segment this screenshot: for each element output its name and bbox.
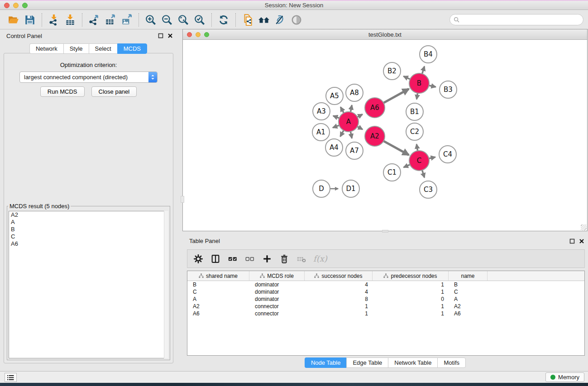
tab-mcds[interactable]: MCDS xyxy=(117,43,147,54)
tab-edge-table[interactable]: Edge Table xyxy=(346,357,388,368)
tab-network-table[interactable]: Network Table xyxy=(388,357,437,368)
network-window-titlebar[interactable]: testGlobe.txt xyxy=(183,29,587,40)
cell-name[interactable]: B xyxy=(449,281,488,288)
table-row-C[interactable]: Cdominator41C xyxy=(187,288,584,295)
float-panel-icon[interactable] xyxy=(569,238,575,244)
edge-A-A2[interactable] xyxy=(357,127,363,129)
edge-A-A8[interactable] xyxy=(350,105,352,112)
cell-mcds-role[interactable]: connector xyxy=(249,303,305,310)
memory-button[interactable]: Memory xyxy=(545,372,584,382)
cell-name[interactable]: A6 xyxy=(449,310,488,317)
cell-name[interactable]: A2 xyxy=(449,303,488,310)
edge-A-A7[interactable] xyxy=(350,132,352,138)
open-session-button[interactable] xyxy=(5,12,22,28)
clone-network-button[interactable] xyxy=(239,12,256,28)
import-network-button[interactable] xyxy=(46,12,62,28)
cell-predecessor-nodes[interactable]: 1 xyxy=(373,310,449,317)
zoom-selected-button[interactable] xyxy=(191,12,208,28)
edge-B-B3[interactable] xyxy=(429,86,436,87)
mcds-result-item[interactable]: C xyxy=(9,233,168,240)
zoom-in-button[interactable] xyxy=(143,12,159,28)
import-table-button[interactable] xyxy=(62,12,78,28)
mcds-result-list[interactable]: A2ABCA6 xyxy=(9,211,168,358)
network-vertical-scrollthumb[interactable] xyxy=(181,196,184,203)
edge-A2-C[interactable] xyxy=(383,141,409,155)
mcds-result-scrollbar[interactable] xyxy=(164,211,168,358)
close-panel-icon[interactable] xyxy=(579,238,584,244)
column-header-mcds-role[interactable]: MCDS role xyxy=(249,271,305,281)
select-all-columns-button[interactable] xyxy=(225,252,240,266)
column-header-shared-name[interactable]: shared name xyxy=(187,271,249,281)
cell-predecessor-nodes[interactable]: 1 xyxy=(373,281,449,288)
tab-network[interactable]: Network xyxy=(29,43,63,54)
edge-A-A3[interactable] xyxy=(333,116,339,118)
mcds-result-item[interactable]: A2 xyxy=(9,211,168,219)
task-history-button[interactable] xyxy=(5,373,17,382)
edge-C-C2[interactable] xyxy=(416,144,417,151)
cell-shared-name[interactable]: A xyxy=(187,296,249,302)
edge-A6-B[interactable] xyxy=(383,89,409,103)
edge-A-A1[interactable] xyxy=(333,125,339,128)
save-session-button[interactable] xyxy=(22,12,38,28)
tab-motifs[interactable]: Motifs xyxy=(437,357,466,368)
graphics-details-toggle-button[interactable] xyxy=(272,12,288,28)
cell-predecessor-nodes[interactable]: 0 xyxy=(373,296,449,302)
table-row-B[interactable]: Bdominator41B xyxy=(187,281,584,288)
edge-C-C1[interactable] xyxy=(404,165,410,167)
edge-A-A4[interactable] xyxy=(340,130,344,136)
close-panel-button[interactable]: Close panel xyxy=(91,86,137,97)
mcds-result-item[interactable]: B xyxy=(9,226,168,233)
table-row-A6[interactable]: A6connector11A6 xyxy=(187,310,584,317)
edge-B-B4[interactable] xyxy=(422,67,425,74)
cell-mcds-role[interactable]: dominator xyxy=(249,289,305,295)
delete-columns-button[interactable] xyxy=(277,252,292,266)
delete-table-button[interactable] xyxy=(294,252,309,266)
criterion-dropdown[interactable]: largest connected component (directed) xyxy=(19,71,158,83)
edge-A-A5[interactable] xyxy=(340,107,344,113)
add-column-button[interactable] xyxy=(260,252,274,266)
cell-shared-name[interactable]: A6 xyxy=(187,310,249,317)
show-columns-button[interactable] xyxy=(208,252,223,266)
run-mcds-button[interactable]: Run MCDS xyxy=(40,86,85,97)
float-panel-icon[interactable] xyxy=(158,33,163,38)
table-row-A[interactable]: Adominator80A xyxy=(187,295,584,303)
cell-shared-name[interactable]: B xyxy=(187,281,249,288)
table-options-button[interactable] xyxy=(191,252,206,266)
cell-name[interactable]: C xyxy=(449,289,488,295)
edge-B-B2[interactable] xyxy=(404,76,410,80)
search-input[interactable] xyxy=(461,15,583,24)
cell-successor-nodes[interactable]: 8 xyxy=(305,296,373,302)
column-header-successor-nodes[interactable]: successor nodes xyxy=(305,271,373,281)
home-view-button[interactable] xyxy=(256,12,272,28)
resize-grip[interactable] xyxy=(581,224,587,230)
tab-select[interactable]: Select xyxy=(89,43,117,54)
cell-successor-nodes[interactable]: 4 xyxy=(305,281,373,288)
cell-successor-nodes[interactable]: 1 xyxy=(305,303,373,310)
search-field[interactable] xyxy=(449,14,583,25)
cell-successor-nodes[interactable]: 1 xyxy=(305,310,373,317)
refresh-view-button[interactable] xyxy=(215,12,232,28)
export-table-button[interactable] xyxy=(102,12,119,28)
column-header-name[interactable]: name xyxy=(449,271,488,281)
mcds-result-item[interactable]: A xyxy=(9,219,168,226)
cell-mcds-role[interactable]: dominator xyxy=(249,296,305,302)
column-header-predecessor-nodes[interactable]: predecessor nodes xyxy=(373,271,449,281)
mcds-result-item[interactable]: A6 xyxy=(9,240,168,248)
edge-A-A6[interactable] xyxy=(357,114,362,117)
cell-predecessor-nodes[interactable]: 1 xyxy=(373,289,449,295)
zoom-out-button[interactable] xyxy=(159,12,175,28)
network-canvas[interactable]: B4B2BB3A8A5A6A3B1AA1C2A2A4A7C4CC1DD1C3 xyxy=(183,40,587,231)
function-builder-button[interactable]: f(x) xyxy=(313,254,327,263)
edge-C-C3[interactable] xyxy=(422,170,425,177)
export-image-button[interactable] xyxy=(119,12,135,28)
unselect-all-columns-button[interactable] xyxy=(243,252,257,266)
show-hidden-button[interactable] xyxy=(288,12,305,28)
cell-shared-name[interactable]: C xyxy=(187,289,249,295)
cell-name[interactable]: A xyxy=(449,296,488,302)
edge-B-B1[interactable] xyxy=(416,93,417,100)
edge-C-C4[interactable] xyxy=(429,157,435,158)
cell-successor-nodes[interactable]: 4 xyxy=(305,289,373,295)
cell-mcds-role[interactable]: dominator xyxy=(249,281,305,288)
cell-mcds-role[interactable]: connector xyxy=(249,310,305,317)
cell-predecessor-nodes[interactable]: 1 xyxy=(373,303,449,310)
